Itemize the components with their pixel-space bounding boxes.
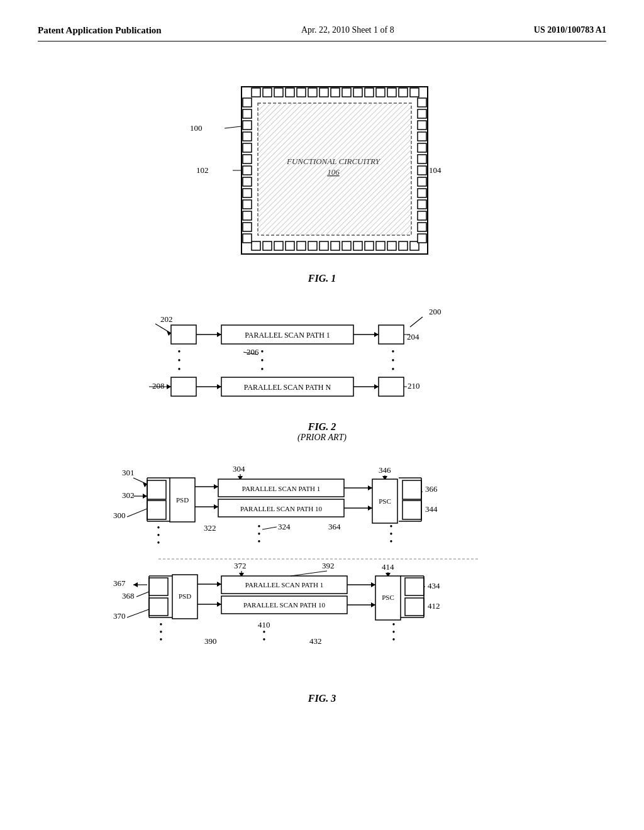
svg-text:346: 346 <box>379 465 391 475</box>
fig3-container: 301 302 300 PSD 304 <box>96 462 548 704</box>
svg-text:PARALLEL  SCAN  PATH  10: PARALLEL SCAN PATH 10 <box>243 601 325 609</box>
svg-marker-110 <box>143 494 147 499</box>
svg-text:206: 206 <box>247 347 259 357</box>
svg-text:304: 304 <box>233 464 245 473</box>
svg-text:434: 434 <box>428 581 440 590</box>
header-patent-number: US 2010/100783 A1 <box>534 25 606 35</box>
svg-text:324: 324 <box>278 522 291 531</box>
svg-rect-131 <box>402 480 421 499</box>
svg-rect-59 <box>418 211 426 220</box>
svg-text:•: • <box>392 635 396 645</box>
svg-line-168 <box>127 609 149 617</box>
svg-rect-58 <box>418 200 426 209</box>
label-104: 104 <box>429 165 441 175</box>
svg-marker-215 <box>371 602 375 607</box>
svg-rect-15 <box>353 88 362 97</box>
svg-text:•: • <box>392 356 395 365</box>
svg-line-112 <box>127 509 147 517</box>
fig2-subcaption: (PRIOR ART) <box>297 433 347 443</box>
svg-rect-43 <box>243 177 252 186</box>
svg-rect-12 <box>319 88 328 97</box>
svg-text:•: • <box>392 365 395 374</box>
svg-rect-33 <box>387 241 396 250</box>
svg-text:PARALLEL  SCAN  PATH  1: PARALLEL SCAN PATH 1 <box>242 485 320 492</box>
fig3-svg: 301 302 300 PSD 304 <box>96 462 548 688</box>
svg-line-70 <box>155 324 171 333</box>
svg-text:•: • <box>178 356 181 365</box>
svg-rect-30 <box>353 241 362 250</box>
svg-text:•: • <box>261 356 264 365</box>
svg-text:PARALLEL  SCAN  PATH  N: PARALLEL SCAN PATH N <box>244 383 331 392</box>
svg-rect-31 <box>365 241 374 250</box>
svg-rect-6 <box>252 88 260 97</box>
svg-text:204: 204 <box>407 332 419 341</box>
fig2-svg: 200 202 PARALLEL SCAN PATH 1 <box>121 303 523 416</box>
svg-line-206 <box>291 571 327 576</box>
svg-rect-47 <box>243 223 252 231</box>
header-date-sheet: Apr. 22, 2010 Sheet 1 of 8 <box>301 25 394 35</box>
svg-rect-8 <box>274 88 283 97</box>
svg-text:•: • <box>390 537 393 546</box>
svg-text:390: 390 <box>204 636 217 646</box>
svg-rect-19 <box>399 88 408 97</box>
svg-rect-25 <box>297 241 306 250</box>
svg-rect-42 <box>243 166 252 175</box>
svg-text:367: 367 <box>113 578 126 588</box>
svg-marker-153 <box>368 506 372 511</box>
svg-rect-49 <box>418 98 426 107</box>
svg-text:PARALLEL  SCAN  PATH  1: PARALLEL SCAN PATH 1 <box>245 581 323 589</box>
svg-marker-73 <box>217 332 221 337</box>
svg-rect-14 <box>342 88 351 97</box>
svg-marker-71 <box>167 331 171 336</box>
svg-text:200: 200 <box>429 307 441 316</box>
svg-rect-60 <box>418 223 426 231</box>
svg-rect-9 <box>286 88 294 97</box>
svg-rect-114 <box>147 501 166 519</box>
svg-rect-53 <box>418 143 426 152</box>
svg-text:368: 368 <box>122 591 135 600</box>
svg-rect-40 <box>243 143 252 152</box>
svg-text:210: 210 <box>408 381 420 390</box>
svg-text:PSD: PSD <box>176 496 189 504</box>
svg-line-144 <box>262 527 277 529</box>
svg-text:412: 412 <box>428 601 440 611</box>
svg-text:366: 366 <box>425 484 438 494</box>
svg-rect-169 <box>149 578 168 595</box>
svg-text:300: 300 <box>113 511 126 520</box>
svg-line-67 <box>410 317 423 327</box>
svg-rect-46 <box>243 211 252 220</box>
svg-rect-11 <box>308 88 317 97</box>
svg-text:302: 302 <box>122 490 135 500</box>
svg-rect-17 <box>376 88 385 97</box>
svg-rect-45 <box>243 200 252 209</box>
svg-rect-113 <box>147 480 166 499</box>
svg-rect-190 <box>405 578 424 595</box>
svg-text:PSC: PSC <box>382 594 394 601</box>
svg-text:•: • <box>392 347 395 357</box>
svg-line-106 <box>133 478 147 484</box>
fig1-container: 100 102 104 <box>165 73 479 284</box>
svg-text:•: • <box>261 365 264 374</box>
svg-marker-211 <box>217 602 221 607</box>
svg-text:•: • <box>157 538 160 548</box>
svg-text:PARALLEL  SCAN  PATH  1: PARALLEL SCAN PATH 1 <box>245 331 330 340</box>
svg-rect-51 <box>418 121 426 130</box>
fig3-caption: FIG. 3 <box>308 693 336 704</box>
svg-text:364: 364 <box>328 522 341 531</box>
svg-rect-170 <box>149 598 168 616</box>
svg-marker-149 <box>214 504 218 509</box>
svg-rect-38 <box>243 121 252 130</box>
svg-marker-95 <box>167 384 171 389</box>
svg-marker-180 <box>217 582 221 587</box>
svg-rect-92 <box>171 377 196 396</box>
svg-rect-41 <box>243 155 252 163</box>
svg-marker-77 <box>374 332 379 337</box>
svg-text:392: 392 <box>322 561 335 570</box>
svg-rect-191 <box>405 598 424 616</box>
svg-rect-28 <box>331 241 340 250</box>
svg-rect-21 <box>252 241 260 250</box>
svg-rect-16 <box>365 88 374 97</box>
svg-marker-125 <box>368 485 372 490</box>
header-publication-label: Patent Application Publication <box>38 25 162 36</box>
svg-rect-50 <box>418 109 426 118</box>
